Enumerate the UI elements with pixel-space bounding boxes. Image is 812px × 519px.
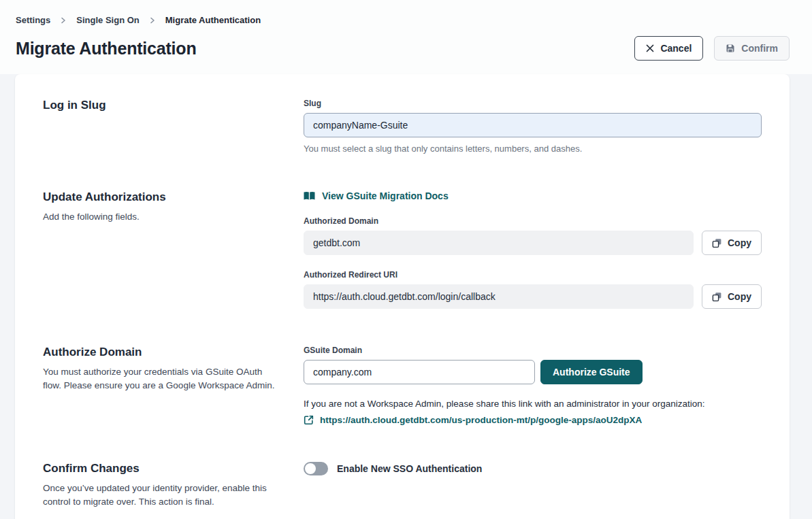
cancel-button[interactable]: Cancel — [634, 36, 703, 61]
authorized-redirect-uri-label: Authorized Redirect URI — [304, 270, 762, 280]
slug-label: Slug — [304, 99, 762, 108]
close-icon — [646, 44, 654, 52]
copy-icon — [712, 238, 722, 248]
section-confirm-changes: Confirm Changes Once you’ve updated your… — [43, 462, 762, 509]
authorized-domain-field[interactable] — [304, 231, 694, 255]
copy-icon — [712, 292, 722, 302]
authorize-gsuite-button[interactable]: Authorize GSuite — [540, 360, 643, 384]
toggle-knob — [305, 463, 316, 474]
copy-button-label: Copy — [728, 237, 751, 248]
login-slug-heading: Log in Slug — [43, 99, 304, 112]
share-link[interactable]: https://auth.cloud.getdbt.com/us-product… — [320, 415, 642, 425]
workspace-admin-note: If you are not a Workspace Admin, please… — [304, 399, 762, 409]
copy-button-label: Copy — [728, 291, 751, 302]
page-title: Migrate Authentication — [16, 39, 197, 58]
confirm-changes-description: Once you’ve updated your identity provid… — [43, 482, 278, 509]
share-link-row[interactable]: https://auth.cloud.getdbt.com/us-product… — [304, 415, 762, 425]
breadcrumb-settings[interactable]: Settings — [16, 15, 50, 25]
slug-help-text: You must select a slug that only contain… — [304, 144, 762, 154]
section-login-slug: Log in Slug Slug You must select a slug … — [43, 99, 762, 154]
gsuite-domain-input[interactable] — [304, 360, 535, 384]
confirm-changes-heading: Confirm Changes — [43, 462, 304, 475]
cancel-button-label: Cancel — [660, 43, 692, 54]
authorized-redirect-uri-field[interactable] — [304, 284, 694, 309]
chevron-right-icon — [149, 17, 156, 24]
update-authorizations-heading: Update Authorizations — [43, 190, 304, 204]
breadcrumb-migrate-authentication: Migrate Authentication — [165, 15, 261, 25]
save-icon — [726, 44, 735, 53]
update-authorizations-description: Add the following fields. — [43, 210, 278, 224]
external-link-icon — [304, 415, 314, 425]
gsuite-domain-label: GSuite Domain — [304, 346, 762, 355]
authorize-domain-description: You must authorize your credentials via … — [43, 365, 278, 392]
confirm-button[interactable]: Confirm — [714, 36, 790, 61]
chevron-right-icon — [60, 17, 67, 24]
authorized-domain-label: Authorized Domain — [304, 216, 762, 226]
book-icon — [304, 191, 315, 201]
enable-sso-toggle-label: Enable New SSO Authentication — [337, 463, 482, 474]
section-update-authorizations: Update Authorizations Add the following … — [43, 190, 762, 309]
gsuite-migration-docs-link[interactable]: View GSuite Migration Docs — [304, 190, 449, 201]
enable-sso-toggle[interactable] — [304, 462, 328, 475]
header-actions: Cancel Confirm — [634, 36, 790, 61]
confirm-button-label: Confirm — [741, 43, 778, 54]
gsuite-migration-docs-link-label: View GSuite Migration Docs — [322, 190, 449, 201]
page-header: Settings Single Sign On Migrate Authenti… — [0, 0, 812, 74]
breadcrumb-single-sign-on[interactable]: Single Sign On — [76, 15, 139, 25]
authorize-domain-heading: Authorize Domain — [43, 346, 304, 359]
slug-input[interactable] — [304, 113, 762, 137]
copy-redirect-uri-button[interactable]: Copy — [702, 284, 762, 309]
migrate-authentication-card: Log in Slug Slug You must select a slug … — [15, 74, 790, 519]
breadcrumb: Settings Single Sign On Migrate Authenti… — [16, 15, 790, 25]
copy-authorized-domain-button[interactable]: Copy — [702, 231, 762, 255]
section-authorize-domain: Authorize Domain You must authorize your… — [43, 346, 762, 425]
